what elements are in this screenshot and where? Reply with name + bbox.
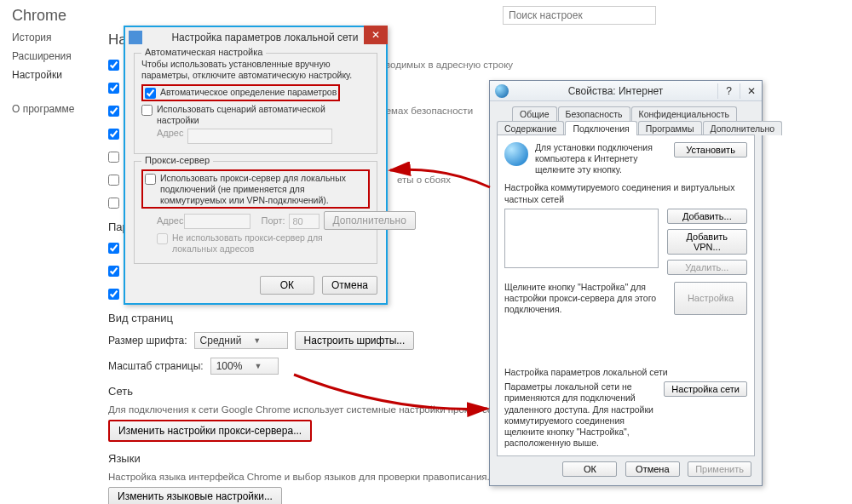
inet-titlebar: Свойства: Интернет ? ✕	[490, 81, 762, 101]
pw-cb-3[interactable]	[108, 289, 119, 300]
use-script-label: Использовать сценарий автоматической нас…	[157, 104, 370, 125]
auto-config-fieldset: Автоматическая настройка Чтобы использов…	[134, 53, 377, 154]
lan-settings-button[interactable]: Настройка сети	[664, 381, 747, 397]
use-proxy-label: Использовать прокси-сервер для локальных…	[160, 173, 366, 205]
nav-extensions[interactable]: Расширения	[12, 50, 93, 62]
ok-button[interactable]: ОК	[260, 276, 314, 295]
proxy-addr-input	[184, 214, 250, 229]
chrome-nav: История Расширения Настройки О программе	[12, 32, 93, 504]
customize-fonts-button[interactable]: Настроить шрифты...	[295, 331, 415, 350]
help-button[interactable]: ?	[717, 83, 740, 99]
opt-cb-6[interactable]	[108, 175, 119, 186]
apply-button: Применить	[688, 461, 751, 477]
bypass-local-cb	[157, 233, 168, 244]
lan-section-label: Настройка параметров локальной сети	[504, 367, 747, 378]
chrome-brand: Chrome	[12, 7, 840, 25]
use-proxy-cb[interactable]	[145, 174, 156, 185]
change-proxy-button[interactable]: Изменить настройки прокси-сервера...	[108, 420, 312, 442]
auto-legend: Автоматическая настройка	[141, 47, 266, 57]
change-lang-button[interactable]: Изменить языковые настройки...	[108, 487, 282, 504]
internet-properties-dialog: Свойства: Интернет ? ✕ Общие Безопасност…	[489, 80, 763, 486]
opt-cb-7[interactable]	[108, 198, 119, 209]
remove-button: Удалить...	[667, 260, 747, 275]
search-input[interactable]	[503, 6, 656, 25]
dialup-label: Настройка коммутируемого соединения и ви…	[504, 182, 747, 204]
opt-cb-2[interactable]	[108, 83, 119, 94]
opt-cb-4[interactable]	[108, 129, 119, 140]
opt-cb-3[interactable]	[108, 106, 119, 117]
auto-detect-label: Автоматическое определение параметров	[160, 87, 337, 98]
close-icon: ✕	[371, 29, 380, 41]
auto-detect-cb[interactable]	[145, 88, 156, 99]
chevron-down-icon: ▼	[253, 336, 261, 345]
network-icon	[129, 31, 142, 44]
hint-security: лемах безопасности	[380, 106, 473, 116]
tab-content[interactable]: Содержание	[497, 121, 564, 135]
connections-listbox[interactable]	[504, 209, 659, 268]
add-vpn-button[interactable]: Добавить VPN...	[667, 229, 747, 255]
opt-cb-1[interactable]	[108, 60, 119, 71]
setup-text: Для установки подключения компьютера к И…	[535, 142, 674, 175]
cancel-button[interactable]: Отмена	[322, 276, 377, 295]
chevron-down-icon: ▼	[254, 362, 262, 370]
auto-text: Чтобы использовать установленные вручную…	[141, 59, 370, 81]
font-label: Размер шрифта:	[108, 335, 187, 346]
tab-advanced[interactable]: Дополнительно	[703, 121, 783, 135]
script-addr-input	[187, 129, 332, 144]
proxy-port-input	[289, 214, 320, 229]
globe-icon	[495, 84, 509, 98]
pw-cb-2[interactable]	[108, 266, 119, 277]
close-icon: ✕	[747, 85, 756, 97]
inet-title: Свойства: Интернет	[514, 85, 717, 97]
tab-privacy[interactable]: Конфиденциальность	[631, 106, 738, 121]
proxy-legend: Прокси-сервер	[141, 155, 213, 165]
font-size-select[interactable]: Средний▼	[194, 332, 288, 349]
proxy-fieldset: Прокси-сервер Использовать прокси-сервер…	[134, 161, 377, 264]
lan-dialog: Настройка параметров локальной сети ✕ Ав…	[124, 26, 388, 305]
close-button[interactable]: ✕	[364, 26, 388, 44]
port-label: Порт:	[262, 215, 285, 226]
bypass-local-label: Не использовать прокси-сервер для локаль…	[172, 232, 370, 254]
nav-about[interactable]: О программе	[12, 103, 93, 115]
proxy-advanced-button: Дополнительно	[324, 211, 416, 230]
nav-history[interactable]: История	[12, 32, 93, 43]
connections-page: Для установки подключения компьютера к И…	[497, 135, 755, 456]
lan-title: Настройка параметров локальной сети	[147, 32, 383, 43]
hint-addrbar: вводимых в адресную строку	[380, 60, 513, 70]
close-button[interactable]: ✕	[740, 83, 762, 99]
hint-crash: еты о сбоях	[397, 175, 451, 185]
addr-label: Адрес	[157, 128, 187, 138]
proxy-addr-label: Адрес	[157, 215, 184, 226]
config-hint: Щелкните кнопку "Настройка" для настройк…	[504, 282, 674, 315]
config-button: Настройка	[674, 282, 747, 315]
cancel-button[interactable]: Отмена	[625, 461, 680, 477]
lan-titlebar: Настройка параметров локальной сети ✕	[125, 27, 386, 48]
zoom-label: Масштаб страницы:	[108, 360, 204, 372]
tab-connections[interactable]: Подключения	[565, 121, 636, 135]
use-script-cb[interactable]	[141, 105, 153, 116]
add-button[interactable]: Добавить...	[667, 209, 747, 224]
zoom-select[interactable]: 100%▼	[210, 358, 279, 375]
setup-button[interactable]: Установить	[674, 142, 747, 158]
globe-icon	[504, 142, 528, 166]
ok-button[interactable]: ОК	[562, 461, 617, 477]
lan-text: Параметры локальной сети не применяются …	[504, 381, 664, 449]
tab-programs[interactable]: Программы	[638, 121, 702, 135]
tab-security[interactable]: Безопасность	[558, 106, 630, 121]
opt-cb-5[interactable]	[108, 152, 119, 163]
pw-cb-1[interactable]	[108, 243, 119, 254]
nav-settings[interactable]: Настройки	[12, 69, 93, 81]
tab-general[interactable]: Общие	[512, 106, 557, 121]
